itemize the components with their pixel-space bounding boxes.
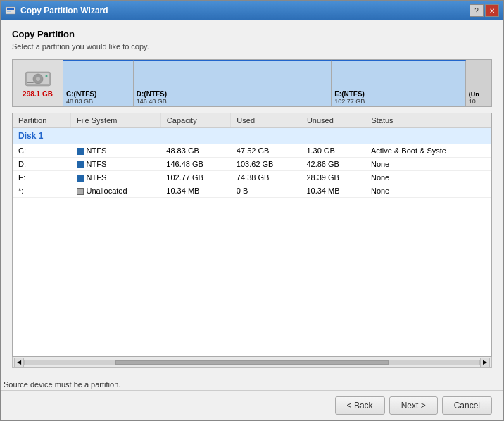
partitions-bar[interactable]: C:(NTFS) 48.83 GB D:(NTFS) 146.48 GB E:(… xyxy=(63,60,491,106)
cell-fs: Unallocated xyxy=(71,184,161,198)
main-window: Copy Partition Wizard ? ✕ Copy Partition… xyxy=(0,0,504,421)
disk-icon-cell: 298.1 GB xyxy=(13,60,63,106)
table-row[interactable]: C: NTFS 48.83 GB 47.52 GB 1.30 GB Active… xyxy=(13,144,491,158)
table-row[interactable]: D: NTFS 146.48 GB 103.62 GB 42.86 GB Non… xyxy=(13,158,491,171)
disk-visual: 298.1 GB C:(NTFS) 48.83 GB D:(NTFS) 146.… xyxy=(12,59,492,107)
close-button[interactable]: ✕ xyxy=(485,4,499,17)
svg-rect-1 xyxy=(7,8,14,10)
partition-e-label: E:(NTFS) xyxy=(334,90,462,98)
disk-size-label: 298.1 GB xyxy=(23,90,53,98)
title-bar: Copy Partition Wizard ? ✕ xyxy=(1,1,503,20)
partition-d-size: 146.48 GB xyxy=(137,98,328,105)
partition-e-size: 102.77 GB xyxy=(334,98,462,105)
fs-icon xyxy=(77,175,84,182)
col-filesystem: File System xyxy=(71,113,161,128)
window-title: Copy Partition Wizard xyxy=(20,6,470,15)
col-used: Used xyxy=(231,113,301,128)
partition-unalloc-size: 10. xyxy=(469,98,488,105)
cell-partition: D: xyxy=(13,158,71,171)
page-title: Copy Partition xyxy=(12,29,492,39)
partition-table: Partition File System Capacity Used Unus… xyxy=(13,113,491,198)
app-icon xyxy=(5,5,16,16)
scroll-left-button[interactable]: ◀ xyxy=(14,358,24,367)
svg-point-8 xyxy=(45,75,47,77)
scrollbar-track[interactable] xyxy=(24,360,480,365)
svg-rect-2 xyxy=(7,11,11,12)
table-row[interactable]: *: Unallocated 10.34 MB 0 B 10.34 MB Non… xyxy=(13,184,491,198)
cell-partition: E: xyxy=(13,171,71,184)
disk-group-row: Disk 1 xyxy=(13,128,491,144)
help-button[interactable]: ? xyxy=(470,4,484,17)
cell-unused: 10.34 MB xyxy=(301,184,365,198)
col-status: Status xyxy=(365,113,491,128)
cell-capacity: 146.48 GB xyxy=(160,158,231,171)
partition-c-label: C:(NTFS) xyxy=(66,90,130,98)
cell-partition: C: xyxy=(13,144,71,158)
window-controls: ? ✕ xyxy=(470,4,499,17)
col-unused: Unused xyxy=(301,113,365,128)
cell-status: None xyxy=(365,184,491,198)
cell-status: None xyxy=(365,158,491,171)
cell-fs: NTFS xyxy=(71,171,161,184)
partition-c-size: 48.83 GB xyxy=(66,98,130,105)
cell-status: None xyxy=(365,171,491,184)
partition-d-segment[interactable]: D:(NTFS) 146.48 GB xyxy=(134,60,332,106)
col-partition: Partition xyxy=(13,113,71,128)
partition-e-segment[interactable]: E:(NTFS) 102.77 GB xyxy=(332,60,466,106)
partition-table-container[interactable]: Partition File System Capacity Used Unus… xyxy=(12,113,492,357)
footer: < Back Next > Cancel xyxy=(1,390,503,420)
cell-unused: 42.86 GB xyxy=(301,158,365,171)
col-capacity: Capacity xyxy=(160,113,231,128)
fs-unalloc-icon xyxy=(77,188,84,195)
table-row[interactable]: E: NTFS 102.77 GB 74.38 GB 28.39 GB None xyxy=(13,171,491,184)
disk-group-label: Disk 1 xyxy=(13,128,491,144)
hard-drive-icon xyxy=(25,69,51,89)
cell-status: Active & Boot & Syste xyxy=(365,144,491,158)
back-button[interactable]: < Back xyxy=(335,396,385,415)
page-subtitle: Select a partition you would like to cop… xyxy=(12,42,492,51)
content-area: Copy Partition Select a partition you wo… xyxy=(1,20,503,377)
status-message: Source device must be a partition. xyxy=(4,380,120,389)
cell-used: 103.62 GB xyxy=(231,158,301,171)
table-header-row: Partition File System Capacity Used Unus… xyxy=(13,113,491,128)
cell-fs: NTFS xyxy=(71,144,161,158)
cancel-button[interactable]: Cancel xyxy=(442,396,492,415)
cell-unused: 28.39 GB xyxy=(301,171,365,184)
fs-icon xyxy=(77,148,84,155)
cell-used: 47.52 GB xyxy=(231,144,301,158)
cell-used: 0 B xyxy=(231,184,301,198)
cell-capacity: 102.77 GB xyxy=(160,171,231,184)
cell-partition: *: xyxy=(13,184,71,198)
partition-unalloc-segment[interactable]: (Un 10. xyxy=(466,60,491,106)
scrollbar-thumb[interactable] xyxy=(115,360,389,365)
status-bar: Source device must be a partition. xyxy=(1,377,503,390)
next-button[interactable]: Next > xyxy=(389,396,438,415)
partition-unalloc-label: (Un xyxy=(469,91,488,98)
scroll-right-button[interactable]: ▶ xyxy=(480,358,490,367)
fs-icon xyxy=(77,161,84,168)
cell-capacity: 10.34 MB xyxy=(160,184,231,198)
horizontal-scrollbar[interactable]: ◀ ▶ xyxy=(12,357,492,368)
cell-capacity: 48.83 GB xyxy=(160,144,231,158)
cell-fs: NTFS xyxy=(71,158,161,171)
partition-c-segment[interactable]: C:(NTFS) 48.83 GB xyxy=(63,60,134,106)
cell-unused: 1.30 GB xyxy=(301,144,365,158)
svg-point-6 xyxy=(36,77,40,81)
cell-used: 74.38 GB xyxy=(231,171,301,184)
partition-d-label: D:(NTFS) xyxy=(137,90,328,98)
svg-rect-7 xyxy=(27,82,34,83)
